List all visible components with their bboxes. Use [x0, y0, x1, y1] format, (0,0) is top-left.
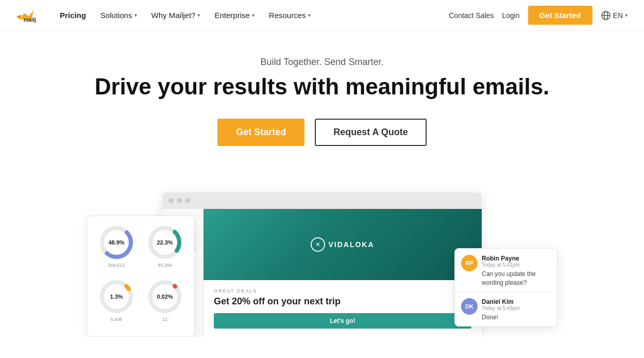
- email-body-content: GREAT DEALS Get 20% off on your next tri…: [204, 280, 482, 336]
- analytics-cell-2: 22.3% 93,264: [144, 224, 186, 268]
- lang-label: EN: [613, 11, 623, 20]
- analytics-cell-3: 1.3% 5,436: [95, 279, 138, 322]
- analytics-2-number: 93,264: [144, 263, 186, 268]
- donut-4: 0.02%: [147, 279, 183, 315]
- analytics-cell-4: 0.02% 12: [144, 279, 186, 322]
- chat-text-2: Done!: [482, 313, 551, 322]
- donut-4-label: 0.02%: [157, 294, 173, 300]
- great-deals-label: GREAT DEALS: [214, 288, 471, 294]
- analytics-4-number: 12: [144, 317, 186, 322]
- login-button[interactable]: Login: [502, 11, 519, 20]
- chat-name-1: Robin Payne: [482, 255, 551, 262]
- chat-message-1: RP Robin Payne Today at 5:41pm Can you u…: [455, 249, 557, 291]
- globe-icon: [601, 10, 611, 21]
- solutions-chevron-icon: ▾: [134, 12, 137, 18]
- analytics-cell-1: 48.9% 204,512: [95, 224, 138, 268]
- hero-buttons: Get Started Request A Quote: [16, 119, 628, 146]
- nav-pricing[interactable]: Pricing: [53, 11, 93, 20]
- donut-2-label: 22.3%: [157, 239, 173, 246]
- donut-2: 22.3%: [147, 224, 183, 261]
- email-preview: ✕ VIDALOKA GREAT DEALS Get 20% off on yo…: [204, 209, 482, 337]
- language-selector[interactable]: EN ▾: [601, 10, 628, 21]
- donut-1: 48.9%: [98, 224, 134, 261]
- dot-2: [177, 198, 182, 203]
- editor-content: ✕ VIDALOKA GREAT DEALS Get 20% off on yo…: [204, 209, 482, 337]
- analytics-3-number: 5,436: [95, 317, 138, 322]
- donut-3-label: 1.3%: [110, 294, 123, 300]
- avatar-dk: DK: [461, 298, 478, 315]
- get-started-nav-button[interactable]: Get Started: [528, 6, 592, 25]
- resources-chevron-icon: ▾: [308, 12, 311, 18]
- contact-sales-link[interactable]: Contact Sales: [449, 11, 494, 20]
- chat-info-1: Robin Payne Today at 5:41pm Can you upda…: [482, 255, 551, 287]
- analytics-top-row: 48.9% 204,512 22.3% 93,264: [95, 224, 186, 268]
- chat-time-1: Today at 5:41pm: [482, 262, 551, 268]
- dot-1: [168, 198, 174, 203]
- editor-card: ⬇ A 🖼 ⬛ </> ⊙ ✕ VIDALO: [162, 192, 482, 337]
- chat-name-2: Daniel Kim: [482, 298, 551, 305]
- donut-3: 1.3%: [98, 279, 134, 315]
- logo[interactable]: mailjet: [16, 8, 36, 23]
- deal-title: Get 20% off on your next trip: [214, 296, 471, 307]
- chat-text-1: Can you update the wording please?: [482, 270, 551, 287]
- chat-message-2: DK Daniel Kim Today at 5:43pm Done!: [455, 292, 557, 326]
- hero-section: Build Together. Send Smarter. Drive your…: [0, 31, 644, 187]
- why-chevron-icon: ▾: [197, 12, 200, 18]
- nav-resources[interactable]: Resources ▾: [262, 11, 318, 20]
- nav-left: mailjet Pricing Solutions ▾ Why Mailjet?…: [16, 8, 318, 23]
- analytics-card: 48.9% 204,512 22.3% 93,264: [87, 216, 195, 337]
- email-header-image: ✕ VIDALOKA: [204, 209, 482, 281]
- nav-solutions[interactable]: Solutions ▾: [93, 11, 144, 20]
- nav-right: Contact Sales Login Get Started EN ▾: [449, 6, 628, 25]
- analytics-1-number: 204,512: [95, 263, 138, 268]
- vidaloka-brand-text: VIDALOKA: [328, 240, 374, 249]
- hero-subtitle: Build Together. Send Smarter.: [16, 57, 628, 68]
- lets-go-button[interactable]: Let's go!: [214, 313, 471, 329]
- chat-time-2: Today at 5:43pm: [482, 305, 551, 311]
- analytics-bottom-row: 1.3% 5,436 0.02% 12: [95, 279, 186, 322]
- vidaloka-logo: ✕ VIDALOKA: [311, 237, 374, 252]
- hero-title: Drive your results with meaningful email…: [16, 74, 628, 100]
- lang-chevron-icon: ▾: [625, 12, 628, 18]
- svg-text:mailjet: mailjet: [24, 17, 36, 23]
- nav-links: Pricing Solutions ▾ Why Mailjet? ▾ Enter…: [53, 11, 318, 20]
- navbar: mailjet Pricing Solutions ▾ Why Mailjet?…: [0, 0, 644, 31]
- chat-info-2: Daniel Kim Today at 5:43pm Done!: [482, 298, 551, 322]
- editor-body: ⬇ A 🖼 ⬛ </> ⊙ ✕ VIDALO: [162, 209, 482, 337]
- avatar-rp: RP: [461, 255, 478, 271]
- hero-request-quote-button[interactable]: Request A Quote: [315, 119, 427, 146]
- hero-get-started-button[interactable]: Get Started: [217, 119, 304, 146]
- enterprise-chevron-icon: ▾: [252, 12, 255, 18]
- chat-card: RP Robin Payne Today at 5:41pm Can you u…: [454, 248, 557, 326]
- screenshots-area: 48.9% 204,512 22.3% 93,264: [0, 187, 644, 337]
- nav-why-mailjet[interactable]: Why Mailjet? ▾: [144, 11, 208, 20]
- dot-3: [185, 198, 190, 203]
- nav-enterprise[interactable]: Enterprise ▾: [207, 11, 261, 20]
- vidaloka-icon: ✕: [311, 237, 325, 252]
- donut-1-label: 48.9%: [108, 239, 124, 246]
- editor-titlebar: [162, 192, 482, 209]
